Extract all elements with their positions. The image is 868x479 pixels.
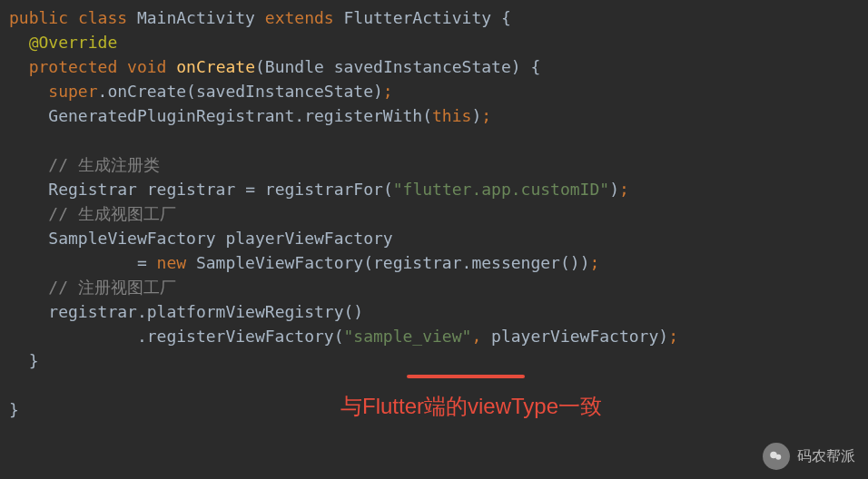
code-line-1: public class MainActivity extends Flutte… [9,5,868,30]
method-oncreate: onCreate [176,57,255,76]
param-type: Bundle [265,57,324,76]
watermark-text: 码农帮派 [797,445,855,467]
underline-annotation [407,375,525,378]
code-line-2: @Override [9,30,868,54]
type: SampleViewFactory [48,229,215,248]
string-literal-highlighted: "sample_view" [343,327,471,346]
classname: GeneratedPluginRegistrant [48,106,294,125]
annotation-override: @Override [29,33,118,52]
method-call: registerWith [304,106,422,125]
comment: // 注册视图工厂 [48,278,176,297]
code-line-6 [9,128,868,152]
code-line-4: super.onCreate(savedInstanceState); [9,79,868,103]
string-literal: "flutter.app.customID" [393,180,609,199]
code-editor[interactable]: public class MainActivity extends Flutte… [9,5,868,422]
kw-class: class [78,8,127,27]
code-line-10: SampleViewFactory playerViewFactory [9,226,868,250]
watermark: 码农帮派 [763,443,855,470]
var: playerViewFactory [225,229,392,248]
superclass: FlutterActivity [344,8,492,27]
ctor: SampleViewFactory [196,253,363,272]
comment: // 生成注册类 [48,155,160,174]
brace-open: { [530,57,540,76]
method-call: platformViewRegistry [147,302,344,321]
brace-close: } [29,351,39,370]
code-line-13: registrar.platformViewRegistry() [9,299,868,324]
code-line-7: // 生成注册类 [9,152,868,177]
arg: playerViewFactory [491,327,658,346]
method-call: registrarFor [265,180,383,199]
kw-void: void [127,57,166,76]
kw-new: new [157,253,187,272]
type: Registrar [48,180,137,199]
brace-open: { [501,8,511,27]
code-line-12: // 注册视图工厂 [9,275,868,299]
code-line-8: Registrar registrar = registrarFor("flut… [9,177,868,201]
param-name: savedInstanceState [334,57,511,76]
annotation-label: 与Flutter端的viewType一致 [340,390,602,423]
wechat-icon [768,448,784,464]
code-line-14: .registerViewFactory("sample_view", play… [9,324,868,348]
method-call: onCreate [107,82,186,101]
class-name: MainActivity [137,8,255,27]
kw-super: super [48,82,97,101]
kw-extends: extends [265,8,334,27]
code-line-3: protected void onCreate(Bundle savedInst… [9,54,868,79]
code-line-9: // 生成视图工厂 [9,201,868,226]
kw-this: this [432,106,471,125]
code-line-15: } [9,348,868,373]
comment: // 生成视图工厂 [48,204,176,223]
kw-protected: protected [29,57,118,76]
brace-close: } [9,400,19,419]
paren: ) [511,57,521,76]
arg: savedInstanceState [196,82,373,101]
obj-ref: registrar [373,253,462,272]
kw-public: public [9,8,68,27]
svg-point-1 [775,455,781,460]
code-line-5: GeneratedPluginRegistrant.registerWith(t… [9,103,868,128]
obj-ref: registrar [48,302,137,321]
var: registrar [147,180,236,199]
code-line-11: = new SampleViewFactory(registrar.messen… [9,250,868,275]
paren: ( [255,57,265,76]
method-call: registerViewFactory [147,327,334,346]
watermark-icon [763,443,790,470]
method-call: messenger [471,253,560,272]
